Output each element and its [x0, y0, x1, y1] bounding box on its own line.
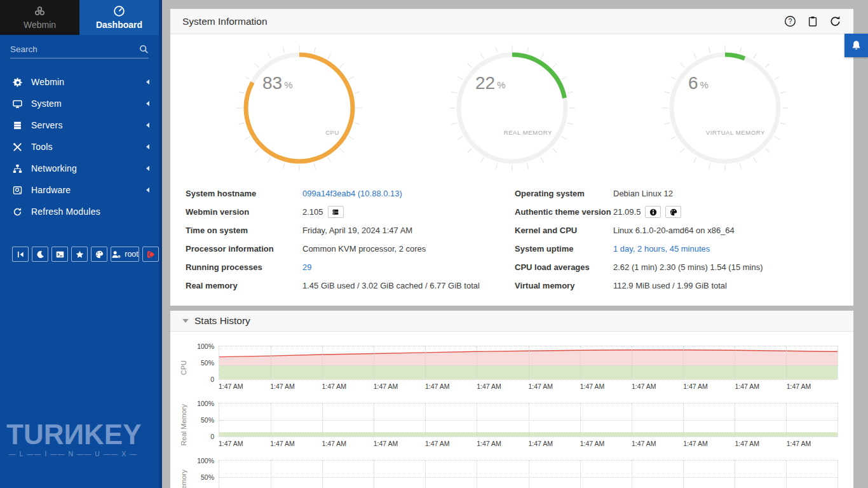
- gridline: [529, 461, 529, 488]
- turnkey-logo-subtext: — L —— I —— N —— U —— X —: [6, 450, 142, 458]
- chart-plot-area: [219, 460, 838, 488]
- sidebar-nav: WebminSystemServersToolsNetworkingHardwa…: [0, 71, 159, 222]
- clipboard-icon[interactable]: [807, 15, 818, 27]
- y-tick-label: 100%: [197, 400, 214, 407]
- user-label: root: [125, 250, 139, 259]
- monitor-icon: [12, 99, 23, 109]
- stats-history-title: Stats History: [194, 315, 250, 327]
- x-axis-tick-label: 1:47 AM: [683, 440, 735, 447]
- info-icon[interactable]: [645, 206, 661, 218]
- x-axis-tick-label: 1:47 AM: [270, 383, 322, 390]
- gridline: [735, 346, 735, 379]
- table-row: System uptime1 day, 2 hours, 45 minutes: [515, 240, 853, 258]
- chart-y-axis-title: CPU: [177, 346, 191, 390]
- gridline: [477, 461, 477, 488]
- x-axis-tick-label: 1:47 AM: [735, 383, 787, 390]
- sidebar-item-label: Servers: [31, 120, 146, 130]
- info-value: 2.62 (1 min) 2.30 (5 mins) 1.54 (15 mins…: [613, 262, 763, 272]
- logout-button[interactable]: [142, 247, 159, 262]
- chart-memory: Memory100%50%01:47 AM1:47 AM1:47 AM1:47 …: [177, 460, 838, 488]
- table-row: System hostname099a14f3eab4 (10.88.0.13): [186, 184, 515, 203]
- search-icon[interactable]: [139, 44, 149, 54]
- x-axis-tick-label: 1:47 AM: [683, 383, 735, 390]
- info-label: Virtual memory: [515, 281, 613, 290]
- info-value[interactable]: 1 day, 2 hours, 45 minutes: [613, 244, 710, 254]
- tab-webmin-label: Webmin: [24, 20, 56, 30]
- sidebar-item-label: Refresh Modules: [31, 207, 149, 217]
- svg-text:6%: 6%: [688, 73, 709, 93]
- turnkey-logo-text: TURИKEY: [6, 421, 142, 449]
- search-input[interactable]: [10, 44, 139, 54]
- info-value: 21.09.5: [613, 207, 641, 217]
- info-value: 1.45 GiB used / 3.02 GiB cached / 6.77 G…: [302, 281, 480, 290]
- svg-text:22%: 22%: [475, 73, 506, 93]
- network-icon: [12, 164, 23, 173]
- system-information-header: System Information ?: [170, 9, 853, 34]
- servers-icon: [12, 121, 23, 130]
- info-label: Running processes: [186, 262, 302, 272]
- collapse-sidebar-button[interactable]: [12, 247, 29, 262]
- archive-icon[interactable]: [328, 206, 344, 218]
- collapse-caret-icon[interactable]: [182, 319, 189, 323]
- refresh-icon[interactable]: [829, 15, 841, 27]
- x-axis-tick-label: 1:47 AM: [477, 383, 528, 390]
- chart-y-ticks: 100%50%0: [191, 460, 219, 488]
- gridline: [425, 461, 426, 488]
- webmin-logo-icon: [34, 6, 46, 17]
- sidebar-item-webmin[interactable]: Webmin: [0, 71, 159, 93]
- bell-icon: [851, 40, 862, 51]
- x-axis-tick-label: 1:47 AM: [374, 383, 425, 390]
- hardware-icon: [12, 186, 23, 195]
- chevron-left-icon: [146, 144, 149, 149]
- gridline: [580, 461, 581, 488]
- quick-buttons: root: [12, 247, 159, 262]
- sidebar-item-networking[interactable]: Networking: [0, 158, 159, 179]
- chevron-left-icon: [146, 123, 149, 128]
- gridline: [786, 346, 787, 379]
- notifications-button[interactable]: [844, 34, 868, 57]
- info-label: Kernel and CPU: [515, 226, 613, 235]
- chevron-left-icon: [146, 101, 149, 106]
- chart-y-axis-title: Memory: [177, 460, 191, 488]
- night-mode-button[interactable]: [32, 247, 48, 262]
- x-axis-tick-label: 1:47 AM: [322, 440, 374, 447]
- x-axis-tick-label: 1:47 AM: [787, 383, 838, 390]
- chart-real-memory: Real Memory100%50%01:47 AM1:47 AM1:47 AM…: [177, 403, 838, 447]
- info-value[interactable]: 29: [302, 262, 311, 272]
- favorites-button[interactable]: [71, 247, 88, 262]
- sidebar-item-hardware[interactable]: Hardware: [0, 179, 159, 201]
- table-row: CPU load averages2.62 (1 min) 2.30 (5 mi…: [515, 258, 853, 276]
- gridline: [374, 346, 374, 379]
- sidebar-item-refresh-modules[interactable]: Refresh Modules: [0, 201, 159, 222]
- tab-webmin[interactable]: Webmin: [0, 0, 79, 35]
- gridline: [632, 346, 632, 379]
- help-icon[interactable]: ?: [784, 15, 796, 27]
- x-axis-tick-label: 1:47 AM: [219, 440, 270, 447]
- palette-icon: [95, 250, 104, 259]
- tab-dashboard-label: Dashboard: [96, 20, 142, 30]
- x-axis-tick-label: 1:47 AM: [219, 383, 270, 390]
- y-tick-label: 50%: [201, 416, 214, 424]
- info-label: Time on system: [186, 226, 302, 235]
- system-info-right-column: Operating systemDebian Linux 12Authentic…: [515, 184, 853, 295]
- info-value: Debian Linux 12: [613, 189, 673, 198]
- info-value: 2.105: [302, 207, 323, 217]
- info-value[interactable]: 099a14f3eab4 (10.88.0.13): [302, 189, 402, 198]
- gridline: [374, 461, 374, 488]
- sidebar-item-servers[interactable]: Servers: [0, 114, 159, 136]
- tab-dashboard[interactable]: Dashboard: [79, 0, 159, 35]
- svg-text:REAL MEMORY: REAL MEMORY: [503, 129, 552, 136]
- search-bar: [10, 44, 149, 58]
- tools-icon: [12, 142, 23, 152]
- terminal-button[interactable]: [51, 247, 68, 262]
- theme-button[interactable]: [91, 247, 107, 262]
- sidebar-item-tools[interactable]: Tools: [0, 136, 159, 158]
- user-button[interactable]: root: [111, 247, 139, 262]
- table-row: Running processes29: [186, 258, 515, 276]
- x-axis-tick-label: 1:47 AM: [580, 440, 632, 447]
- palette-dark-icon[interactable]: [665, 206, 681, 218]
- sidebar-item-label: Tools: [31, 142, 146, 152]
- y-tick-label: 50%: [201, 473, 214, 481]
- chart-y-axis-title: Real Memory: [177, 403, 191, 447]
- sidebar-item-system[interactable]: System: [0, 93, 159, 114]
